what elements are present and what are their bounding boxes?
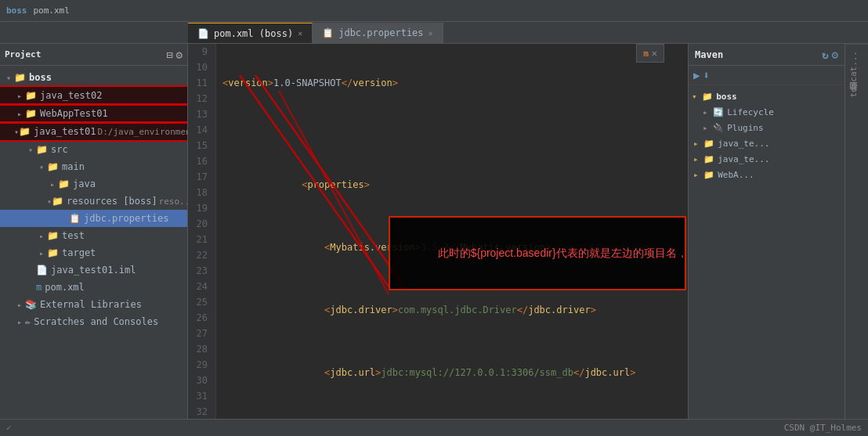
folder-icon: 📁 (52, 196, 63, 207)
code-area[interactable]: <version>1.0-SNAPSHOT</version> <propert… (216, 44, 688, 419)
tree-item-java-test02[interactable]: ▸ 📁 java_test02 (0, 87, 187, 104)
sidebar: Project ⊟ ⚙ ▾ 📁 boss ▸ 📁 java_test02 ▸ (0, 44, 188, 419)
tree-label-main: main (62, 161, 85, 172)
prop-file-icon: 📋 (322, 27, 334, 38)
status-left: ✓ (6, 423, 12, 433)
tree-label-resources: resources [boss] (67, 196, 157, 207)
code-line-13: <jdbc.driver>com.mysql.jdbc.Driver</jdbc… (222, 294, 682, 326)
properties-panel[interactable]: m m. ✕ (636, 44, 664, 63)
tree-arrow: ▾ (36, 163, 47, 171)
top-bar: boss pom.xml (0, 0, 868, 22)
maven-panel: Maven ↻ ⚙ ▶ ⬇ ▾ 📁 boss ▸ 🔄 Lifecycle ▸ 🔌… (688, 44, 844, 419)
tree-item-jdbc-props[interactable]: 📋 jdbc.properties (0, 210, 187, 227)
folder-icon: 📁 (19, 126, 31, 137)
xml-file-icon: 📄 (197, 28, 209, 39)
maven-tool-icon-2[interactable]: ⬇ (703, 69, 709, 81)
sidebar-toolbar: ⊟ ⚙ (166, 49, 183, 61)
tree-item-webapptest01[interactable]: ▸ 📁 WebAppTest01 (0, 105, 187, 122)
tree-label-scratches: Scratches and Consoles (34, 316, 158, 327)
tab-pom[interactable]: 📄 pom.xml (boss) ✕ (188, 23, 313, 43)
tree-arrow: ▸ (36, 249, 47, 258)
tree-item-boss[interactable]: ▾ 📁 boss (0, 69, 187, 86)
folder-icon: 📁 (47, 161, 59, 172)
tree-arrow: ▸ (14, 301, 25, 309)
tree-item-test[interactable]: ▸ 📁 test (0, 227, 187, 244)
tree-label-iml: java_test01.iml (51, 265, 136, 276)
code-line-9: <version>1.0-SNAPSHOT</version> (222, 75, 682, 91)
folder-icon: 📁 (58, 178, 70, 189)
maven-item-plugins[interactable]: ▸ 🔌 Plugins (689, 120, 844, 135)
tree-item-src[interactable]: ▾ 📁 src (0, 141, 187, 158)
settings-icon[interactable]: ⚙ (176, 49, 183, 61)
folder-icon: ▸ 📁 (693, 170, 714, 180)
chevron-down-icon: ▾ (3, 74, 14, 82)
prop-icon: 📋 (69, 213, 81, 224)
maven-refresh-icon[interactable]: ↻ (822, 49, 828, 61)
maven-label-lifecycle: Lifecycle (727, 107, 774, 117)
maven-label-java-te1: java_te... (718, 139, 769, 149)
right-vert-tabs: 启动tomcat... (844, 44, 868, 419)
maven-label-boss: boss (716, 92, 737, 102)
maven-item-webapp[interactable]: ▸ 📁 WebA... (689, 167, 844, 182)
tree-label-jdbc-props: jdbc.properties (84, 213, 168, 224)
top-filename: pom.xml (34, 5, 70, 16)
maven-item-boss[interactable]: ▾ 📁 boss (689, 88, 844, 104)
editor-area: 910111213 1415161718 1920212223 24252627… (188, 44, 688, 419)
maven-label-java-te2: java_te... (718, 154, 769, 164)
watermark: CSDN @IT_Holmes (784, 423, 862, 433)
plugins-icon: ▸ 🔌 (703, 123, 724, 133)
code-line-12: <Mybatis.version>3.5.3</Mybatis.version> (222, 232, 682, 263)
tab-jdbc-close[interactable]: ✕ (429, 29, 433, 38)
tree-item-scratches[interactable]: ▸ ✏ Scratches and Consoles (0, 313, 187, 330)
tree-label-target: target (62, 247, 96, 258)
app-logo: boss (6, 5, 27, 16)
tree-item-target[interactable]: ▸ 📁 target (0, 244, 187, 261)
properties-close-button[interactable]: ✕ (652, 48, 657, 59)
tree-item-resources[interactable]: ▾ 📁 resources [boss] reso... (0, 193, 187, 210)
tree-arrow: ▸ (14, 110, 25, 118)
tree-arrow: ▾ (25, 146, 36, 154)
folder-icon: ▸ 📁 (693, 139, 714, 149)
maven-item-lifecycle[interactable]: ▸ 🔄 Lifecycle (689, 104, 844, 120)
main-area: Project ⊟ ⚙ ▾ 📁 boss ▸ 📁 java_test02 ▸ (0, 44, 868, 419)
folder-icon: 📁 (36, 144, 48, 155)
maven-item-java-test2[interactable]: ▸ 📁 java_te... (689, 151, 844, 167)
vert-tab-tomcat[interactable]: 启动tomcat... (845, 44, 868, 104)
tab-jdbc[interactable]: 📋 jdbc.properties ✕ (313, 23, 443, 43)
status-bar: ✓ CSDN @IT_Holmes (0, 419, 868, 436)
tree-item-java[interactable]: ▸ 📁 java (0, 175, 187, 193)
maven-tool-icon-1[interactable]: ▶ (693, 69, 700, 81)
tab-pom-label: pom.xml (boss) (214, 28, 293, 39)
tab-pom-close[interactable]: ✕ (298, 29, 302, 38)
tree-arrow: ▸ (14, 92, 25, 100)
tree-arrow: ▸ (47, 180, 58, 189)
folder-icon: 📁 (14, 72, 26, 83)
maven-toolbar: ▶ ⬇ (689, 66, 844, 85)
tree-area[interactable]: ▾ 📁 boss ▸ 📁 java_test02 ▸ 📁 WebAppTest0… (0, 66, 187, 419)
tree-item-pom[interactable]: m pom.xml (0, 279, 187, 296)
tree-item-java-test01[interactable]: ▾ 📁 java_test01 D:/java_environment... (0, 123, 187, 140)
tree-item-main[interactable]: ▾ 📁 main (0, 158, 187, 175)
tree-item-iml[interactable]: 📄 java_test01.iml (0, 261, 187, 279)
tree-label-ext-libs: External Libraries (40, 299, 142, 310)
maven-icon: m (643, 49, 649, 59)
sidebar-header: Project ⊟ ⚙ (0, 44, 187, 66)
tab-jdbc-label: jdbc.properties (338, 27, 423, 38)
maven-label-webapp: WebA... (718, 170, 754, 180)
lifecycle-icon: ▸ 🔄 (703, 107, 724, 117)
maven-label-plugins: Plugins (727, 123, 763, 133)
check-icon: ✓ (6, 423, 12, 433)
tree-item-ext-libs[interactable]: ▸ 📚 External Libraries (0, 296, 187, 313)
editor-content[interactable]: 910111213 1415161718 1920212223 24252627… (188, 44, 688, 419)
scratches-icon: ✏ (25, 316, 31, 327)
maven-settings-icon[interactable]: ⚙ (832, 49, 838, 61)
tree-label-test: test (62, 230, 85, 241)
tree-sub-path: D:/java_environment... (98, 127, 187, 137)
maven-panel-header: Maven ↻ ⚙ (689, 44, 844, 66)
maven-tree[interactable]: ▾ 📁 boss ▸ 🔄 Lifecycle ▸ 🔌 Plugins ▸ 📁 j… (689, 85, 844, 419)
tree-arrow: ▸ (14, 318, 25, 326)
collapse-all-icon[interactable]: ⊟ (166, 49, 172, 61)
code-line-14: <jdbc.url>jdbc:mysql://127.0.0.1:3306/ss… (222, 357, 682, 388)
tree-label-boss: boss (29, 72, 52, 83)
maven-item-java-test1[interactable]: ▸ 📁 java_te... (689, 135, 844, 151)
